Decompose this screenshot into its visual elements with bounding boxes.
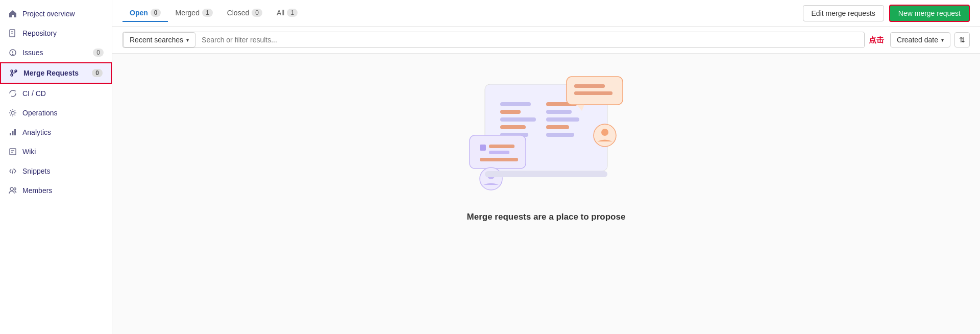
sidebar-item-snippets[interactable]: Snippets xyxy=(0,161,112,181)
tab-all-count: 1 xyxy=(287,9,298,17)
sidebar-item-merge-requests[interactable]: Merge Requests 0 xyxy=(0,62,112,84)
snippets-icon xyxy=(8,166,17,176)
operations-icon xyxy=(8,108,17,117)
empty-state-title: Merge requests are a place to propose xyxy=(467,212,626,222)
sidebar-item-label: Operations xyxy=(22,109,57,117)
svg-rect-12 xyxy=(14,129,16,135)
sidebar-item-label: Project overview xyxy=(22,10,75,18)
new-merge-request-button[interactable]: New merge request xyxy=(889,5,970,22)
empty-illustration xyxy=(454,69,638,202)
svg-point-18 xyxy=(14,188,16,190)
sort-order-button[interactable]: ⇅ xyxy=(954,32,970,47)
wiki-icon xyxy=(8,147,17,156)
empty-state-svg xyxy=(454,69,638,202)
svg-rect-11 xyxy=(12,131,14,135)
sort-chevron-icon: ▾ xyxy=(941,37,944,43)
svg-rect-30 xyxy=(567,77,623,105)
svg-rect-29 xyxy=(546,133,574,137)
svg-rect-10 xyxy=(10,133,11,135)
home-icon xyxy=(8,9,17,18)
sidebar-item-issues[interactable]: Issues 0 xyxy=(0,43,112,62)
book-icon xyxy=(8,29,17,38)
svg-point-17 xyxy=(10,187,13,190)
sidebar-item-label: CI / CD xyxy=(22,89,46,98)
sidebar: Project overview Repository Issues 0 Mer… xyxy=(0,0,112,334)
edit-merge-requests-button[interactable]: Edit merge requests xyxy=(803,5,884,21)
merge-icon xyxy=(9,68,18,78)
sort-order-icon: ⇅ xyxy=(959,36,965,44)
top-bar-actions: Edit merge requests New merge request xyxy=(803,5,970,22)
tab-closed[interactable]: Closed 0 xyxy=(220,5,270,22)
sidebar-item-members[interactable]: Members xyxy=(0,181,112,200)
svg-line-16 xyxy=(12,169,13,174)
sidebar-item-project-overview[interactable]: Project overview xyxy=(0,4,112,23)
annotation-click-mark: 点击 xyxy=(869,35,884,45)
tabs: Open 0 Merged 1 Closed 0 All 1 xyxy=(122,5,305,22)
tab-open-label: Open xyxy=(130,9,148,17)
sidebar-item-label: Analytics xyxy=(22,128,51,136)
svg-point-5 xyxy=(12,54,13,55)
svg-rect-39 xyxy=(489,145,514,148)
tab-merged[interactable]: Merged 1 xyxy=(168,5,219,22)
svg-rect-13 xyxy=(10,149,16,155)
svg-rect-33 xyxy=(574,91,612,95)
merge-requests-badge: 0 xyxy=(92,69,103,77)
search-input[interactable] xyxy=(195,33,864,47)
svg-rect-21 xyxy=(500,110,521,114)
sort-label: Created date xyxy=(897,36,938,44)
svg-rect-41 xyxy=(480,158,518,161)
sidebar-item-label: Issues xyxy=(22,49,43,57)
analytics-icon xyxy=(8,128,17,137)
svg-rect-44 xyxy=(485,171,607,177)
top-bar: Open 0 Merged 1 Closed 0 All 1 Edit merg… xyxy=(112,0,980,27)
tab-open[interactable]: Open 0 xyxy=(122,5,168,22)
sort-select[interactable]: Created date ▾ xyxy=(890,32,950,47)
sidebar-item-label: Wiki xyxy=(22,148,36,156)
sidebar-item-wiki[interactable]: Wiki xyxy=(0,142,112,161)
sidebar-item-operations[interactable]: Operations xyxy=(0,103,112,123)
issue-icon xyxy=(8,48,17,57)
tab-all[interactable]: All 1 xyxy=(270,5,305,22)
filter-bar: Recent searches ▾ 点击 Created date ▾ ⇅ xyxy=(112,27,980,54)
recent-searches-button[interactable]: Recent searches ▾ xyxy=(123,32,195,47)
svg-rect-23 xyxy=(500,125,526,129)
tab-all-label: All xyxy=(277,9,285,17)
sidebar-item-label: Members xyxy=(22,186,52,195)
sidebar-item-label: Merge Requests xyxy=(23,69,79,77)
sidebar-item-analytics[interactable]: Analytics xyxy=(0,123,112,142)
svg-rect-38 xyxy=(480,145,486,151)
sidebar-item-ci-cd[interactable]: CI / CD xyxy=(0,84,112,103)
empty-state: Merge requests are a place to propose xyxy=(112,54,980,334)
svg-rect-22 xyxy=(500,117,536,122)
tab-closed-count: 0 xyxy=(252,9,262,17)
tab-merged-count: 1 xyxy=(202,9,213,17)
sidebar-item-repository[interactable]: Repository xyxy=(0,23,112,43)
filter-input-wrapper: Recent searches ▾ xyxy=(122,32,865,48)
tab-merged-label: Merged xyxy=(175,9,199,17)
tab-closed-label: Closed xyxy=(227,9,250,17)
main-content: Open 0 Merged 1 Closed 0 All 1 Edit merg… xyxy=(112,0,980,334)
svg-rect-20 xyxy=(500,102,531,106)
svg-point-35 xyxy=(601,129,608,136)
svg-rect-26 xyxy=(546,110,572,114)
issues-badge: 0 xyxy=(93,49,104,57)
tab-open-count: 0 xyxy=(151,9,161,17)
chevron-down-icon: ▾ xyxy=(186,37,189,43)
members-icon xyxy=(8,186,17,195)
svg-point-9 xyxy=(11,111,14,114)
sidebar-item-label: Repository xyxy=(22,29,57,37)
sidebar-item-label: Snippets xyxy=(22,167,50,175)
ci-icon xyxy=(8,89,17,98)
svg-rect-27 xyxy=(546,117,579,122)
svg-rect-40 xyxy=(489,151,509,154)
recent-searches-label: Recent searches xyxy=(130,36,183,44)
filter-right: 点击 Created date ▾ ⇅ xyxy=(869,32,970,47)
svg-point-7 xyxy=(11,74,13,76)
svg-point-6 xyxy=(11,70,13,72)
svg-rect-28 xyxy=(546,125,569,129)
svg-rect-32 xyxy=(574,84,605,88)
